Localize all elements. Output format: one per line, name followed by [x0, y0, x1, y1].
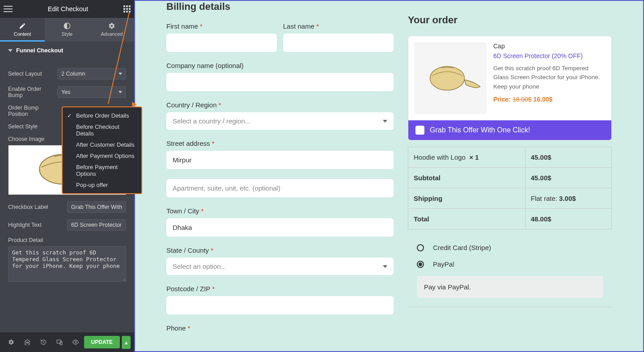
state-label: State / County * [166, 246, 394, 254]
payment-stripe-label: Credit Card (Stripe) [433, 244, 491, 251]
town-input[interactable] [166, 218, 394, 237]
product-detail-textarea[interactable]: Get this scratch proof 6D Tempered Glass… [8, 246, 126, 282]
table-row: Subtotal 45.00$ [408, 168, 612, 188]
menu-icon[interactable] [4, 6, 13, 12]
tab-advanced-label: Advanced [101, 31, 123, 37]
settings-icon[interactable] [4, 335, 19, 350]
last-name-label: Last name * [283, 22, 394, 30]
billing-section: Billing details First name * Last name *… [166, 1, 394, 345]
tabs: Content Style Advanced [0, 18, 134, 42]
order-section: Your order Cap 6D Screen Protector (20% … [408, 1, 612, 345]
payment-paypal-label: PayPal [433, 260, 454, 268]
postcode-input[interactable] [166, 296, 394, 314]
editor-sidebar: Edit Checkout Content Style Advanced Fun… [0, 0, 134, 352]
company-input[interactable] [166, 73, 394, 91]
responsive-icon[interactable] [52, 335, 67, 350]
postcode-label: Postcode / ZIP * [166, 285, 394, 293]
contrast-icon [64, 22, 71, 30]
bump-checkbox[interactable]: Grab This Offer With One Click! [408, 120, 611, 140]
country-label: Country / Region * [166, 101, 394, 109]
state-select[interactable]: Select an option... [166, 258, 394, 275]
cap-image-icon [419, 56, 482, 101]
checkbox-label-label: Checkbox Label [8, 204, 57, 210]
payment-methods: Credit Card (Stripe) PayPal Pay via PayP… [408, 239, 612, 307]
company-label: Company name (optional) [166, 62, 394, 69]
phone-label: Phone * [166, 324, 394, 332]
select-layout-label: Select Layout [8, 71, 57, 77]
payment-option-stripe[interactable]: Credit Card (Stripe) [408, 239, 612, 256]
tab-advanced[interactable]: Advanced [89, 18, 134, 42]
history-icon[interactable] [36, 335, 51, 350]
sidebar-header: Edit Checkout [0, 0, 134, 18]
section-funnel-checkout[interactable]: Funnel Checkout [0, 42, 134, 59]
last-name-input[interactable] [283, 34, 394, 52]
radio-icon [417, 261, 424, 268]
preview-area[interactable]: Billing details First name * Last name *… [134, 0, 644, 352]
bump-price: Price: 18.00$ 16.00$ [493, 96, 605, 103]
enable-order-bump-label: Enable Order Bump [8, 86, 57, 98]
payment-paypal-desc: Pay via PayPal. [417, 276, 603, 298]
country-select[interactable]: Select a country / region... [166, 112, 394, 130]
update-button[interactable]: UPDATE [84, 336, 120, 348]
section-title-label: Funnel Checkout [16, 47, 63, 54]
street-label: Street address * [166, 140, 394, 147]
pencil-icon [19, 22, 26, 30]
order-summary-table: Hoodie with Logo × 1 45.00$ Subtotal 45.… [408, 147, 612, 229]
svg-point-5 [430, 66, 465, 90]
dropdown-item-after-payment-options[interactable]: After Payment Options [63, 150, 141, 161]
tab-content-label: Content [14, 31, 31, 37]
sidebar-title: Edit Checkout [48, 5, 88, 13]
street-input[interactable] [166, 151, 394, 169]
table-row: Total 48.00$ [408, 209, 612, 229]
sidebar-footer: UPDATE ▴ [0, 332, 134, 352]
controls-panel: Select Layout 2 Column Enable Order Bump… [0, 59, 134, 332]
billing-heading: Billing details [166, 1, 394, 13]
order-bump-position-label: Order Bump Position [8, 105, 57, 117]
street-input-2[interactable] [166, 179, 394, 197]
town-label: Town / City * [166, 207, 394, 215]
select-style-label: Select Style [8, 123, 57, 130]
table-row: Shipping Flat rate: 3.00$ [408, 188, 612, 209]
update-caret-button[interactable]: ▴ [122, 336, 131, 349]
checkbox-icon [415, 126, 424, 135]
enable-order-bump-dropdown[interactable]: Yes [57, 86, 126, 98]
bump-checkbox-label: Grab This Offer With One Click! [430, 126, 530, 134]
bump-title: Cap [493, 42, 605, 50]
dropdown-item-pop-up-offer[interactable]: Pop-up offer [63, 179, 141, 191]
dropdown-item-before-order-details[interactable]: Before Order Details [63, 110, 141, 121]
bump-highlight: 6D Screen Protector (20% OFF) [493, 52, 605, 59]
payment-option-paypal[interactable]: PayPal [408, 256, 612, 272]
first-name-label: First name * [166, 22, 277, 30]
order-bump-card: Cap 6D Screen Protector (20% OFF) Get th… [408, 36, 612, 140]
bump-product-image [415, 42, 486, 114]
order-heading: Your order [408, 14, 612, 26]
bump-desc: Get this scratch proof 6D Tempered Glass… [493, 64, 605, 91]
gear-icon [108, 22, 115, 30]
checkbox-label-input[interactable] [67, 201, 126, 213]
radio-icon [417, 244, 424, 251]
preview-icon[interactable] [68, 335, 83, 350]
tab-style-label: Style [62, 31, 72, 37]
tab-style[interactable]: Style [45, 18, 89, 42]
caret-down-icon [8, 49, 13, 52]
apps-icon[interactable] [123, 5, 131, 13]
first-name-input[interactable] [166, 34, 277, 52]
svg-point-4 [75, 341, 76, 343]
divider [408, 307, 612, 307]
dropdown-item-before-checkout-details[interactable]: Before Checkout Details [63, 121, 141, 139]
order-bump-position-menu: Before Order Details Before Checkout Det… [62, 106, 142, 194]
highlight-text-input[interactable] [67, 219, 126, 231]
product-detail-label: Product Detail [8, 237, 126, 243]
navigator-icon[interactable] [20, 335, 35, 350]
tab-content[interactable]: Content [0, 18, 45, 42]
dropdown-item-after-customer-details[interactable]: After Customer Details [63, 139, 141, 150]
table-row: Hoodie with Logo × 1 45.00$ [408, 147, 612, 168]
dropdown-item-before-payment-options[interactable]: Before Payment Options [63, 161, 141, 179]
highlight-text-label: Highlight Text [8, 222, 57, 228]
select-layout-dropdown[interactable]: 2 Column [57, 68, 126, 80]
